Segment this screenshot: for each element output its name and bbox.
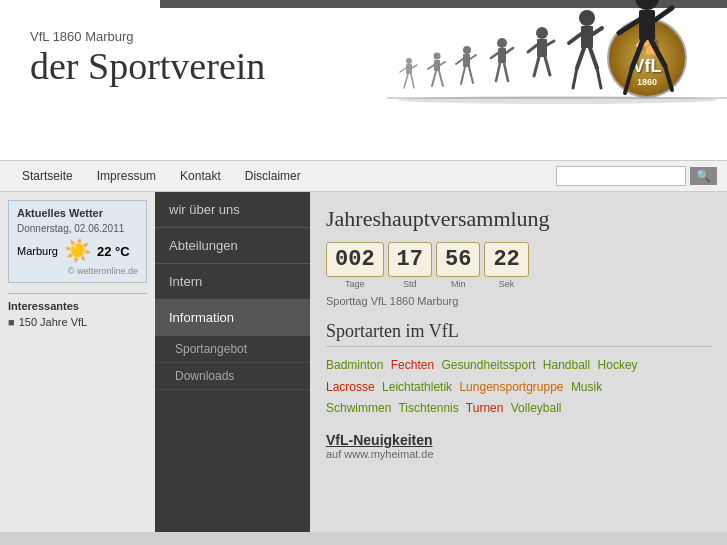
countdown-days: 002 (326, 242, 384, 277)
svg-line-25 (506, 48, 513, 53)
center-nav-sub-sportangebot[interactable]: Sportangebot (155, 336, 310, 363)
countdown-seconds-label: Sek (499, 279, 515, 289)
svg-point-23 (497, 38, 507, 48)
svg-line-45 (404, 74, 408, 88)
nav-item-impressum[interactable]: Impressum (85, 163, 168, 189)
svg-line-22 (545, 57, 550, 75)
svg-rect-36 (434, 60, 440, 71)
weather-date: Donnerstag, 02.06.2011 (17, 223, 138, 234)
sport-link-handball[interactable]: Handball (543, 358, 590, 372)
header-content: VfL 1860 Marburg der Sportverein 🐴 VfL 1… (0, 8, 727, 108)
center-nav-item-intern[interactable]: Intern (155, 264, 310, 300)
sportarten-title: Sportarten im VfL (326, 321, 711, 347)
search-button[interactable]: 🔍 (690, 167, 717, 185)
event-title: Jahreshauptversammlung (326, 206, 711, 232)
weather-city: Marburg (17, 245, 58, 257)
svg-line-13 (577, 48, 584, 68)
main-content: Jahreshauptversammlung 002 Tage 17 Std 5… (310, 192, 727, 532)
weather-temp: 22 °C (97, 244, 130, 259)
nav-item-kontakt[interactable]: Kontakt (168, 163, 233, 189)
svg-line-8 (665, 66, 672, 90)
weather-title: Aktuelles Wetter (17, 207, 138, 219)
countdown-minutes-block: 56 Min (436, 242, 480, 289)
svg-line-40 (439, 71, 443, 86)
list-item: ■ 150 Jahre VfL (8, 316, 147, 328)
sport-link-badminton[interactable]: Badminton (326, 358, 383, 372)
countdown-hours-block: 17 Std (388, 242, 432, 289)
sport-link-leichtathletik[interactable]: Leichtathletik (382, 380, 452, 394)
countdown-seconds-block: 22 Sek (484, 242, 528, 289)
svg-line-39 (432, 71, 436, 86)
center-nav-item-wir[interactable]: wir über uns (155, 192, 310, 228)
svg-line-31 (456, 59, 463, 64)
svg-rect-24 (498, 48, 506, 63)
weather-sun-icon: ☀️ (64, 238, 91, 264)
svg-rect-2 (639, 10, 655, 40)
sport-link-lacrosse[interactable]: Lacrosse (326, 380, 375, 394)
news-title: VfL-Neuigkeiten (326, 432, 711, 448)
svg-line-33 (461, 67, 465, 84)
svg-line-7 (625, 68, 632, 93)
svg-line-20 (547, 41, 554, 45)
center-nav-sub-downloads[interactable]: Downloads (155, 363, 310, 390)
weather-widget: Aktuelles Wetter Donnerstag, 02.06.2011 … (8, 200, 147, 283)
countdown: 002 Tage 17 Std 56 Min 22 Sek (326, 242, 711, 289)
countdown-days-label: Tage (345, 279, 365, 289)
sport-link-schwimmen[interactable]: Schwimmen (326, 401, 391, 415)
svg-line-27 (496, 63, 500, 81)
nav-item-startseite[interactable]: Startseite (10, 163, 85, 189)
sport-link-hockey[interactable]: Hockey (598, 358, 638, 372)
countdown-subtitle: Sporttag VfL 1860 Marburg (326, 295, 711, 307)
svg-rect-10 (581, 26, 593, 48)
countdown-days-block: 002 Tage (326, 242, 384, 289)
nav-bar: Startseite Impressum Kontakt Disclaimer … (0, 160, 727, 192)
news-section: VfL-Neuigkeiten auf www.myheimat.de (326, 432, 711, 460)
sport-link-gesundheitssport[interactable]: Gesundheitssport (441, 358, 535, 372)
header-silhouette (387, 0, 727, 108)
nav-item-disclaimer[interactable]: Disclaimer (233, 163, 313, 189)
sports-links: Badminton Fechten Gesundheitssport Handb… (326, 355, 711, 420)
svg-point-35 (434, 53, 441, 60)
news-source: auf www.myheimat.de (326, 448, 711, 460)
interessantes-title: Interessantes (8, 293, 147, 312)
sport-link-volleyball[interactable]: Volleyball (511, 401, 562, 415)
svg-point-1 (635, 0, 659, 10)
center-nav-item-information[interactable]: Information (155, 300, 310, 336)
left-sidebar: Aktuelles Wetter Donnerstag, 02.06.2011 … (0, 192, 155, 532)
sport-link-lungensportgruppe[interactable]: Lungensportgruppe (459, 380, 563, 394)
svg-line-32 (470, 55, 476, 59)
svg-rect-30 (463, 54, 470, 67)
weather-city-row: Marburg ☀️ 22 °C (17, 238, 138, 264)
svg-rect-18 (537, 39, 547, 57)
interessantes-item-text: 150 Jahre VfL (19, 316, 88, 328)
svg-line-15 (573, 68, 577, 88)
search-input[interactable] (556, 166, 686, 186)
svg-line-46 (411, 74, 414, 88)
svg-point-17 (536, 27, 548, 39)
svg-line-26 (491, 53, 498, 58)
weather-source: © wetteronline.de (17, 266, 138, 276)
svg-line-5 (632, 40, 643, 68)
countdown-minutes-label: Min (451, 279, 466, 289)
svg-line-21 (534, 57, 539, 76)
svg-point-9 (579, 10, 595, 26)
svg-line-19 (528, 45, 537, 52)
nav-search: 🔍 (556, 166, 717, 186)
page-header: VfL 1860 Marburg der Sportverein 🐴 VfL 1… (0, 0, 727, 160)
sport-link-tischtennis[interactable]: Tischtennis (398, 401, 458, 415)
svg-line-28 (504, 63, 508, 81)
main-layout: Aktuelles Wetter Donnerstag, 02.06.2011 … (0, 192, 727, 532)
sport-link-fechten[interactable]: Fechten (391, 358, 434, 372)
svg-line-12 (593, 28, 602, 34)
countdown-minutes: 56 (436, 242, 480, 277)
bullet-icon: ■ (8, 316, 15, 328)
sport-link-musik[interactable]: Musik (571, 380, 602, 394)
countdown-hours: 17 (388, 242, 432, 277)
sport-link-turnen[interactable]: Turnen (466, 401, 504, 415)
svg-point-47 (397, 96, 717, 104)
svg-line-44 (412, 65, 417, 68)
svg-line-6 (651, 40, 665, 66)
svg-line-38 (440, 62, 445, 65)
svg-point-29 (463, 46, 471, 54)
center-nav-item-abteilungen[interactable]: Abteilungen (155, 228, 310, 264)
